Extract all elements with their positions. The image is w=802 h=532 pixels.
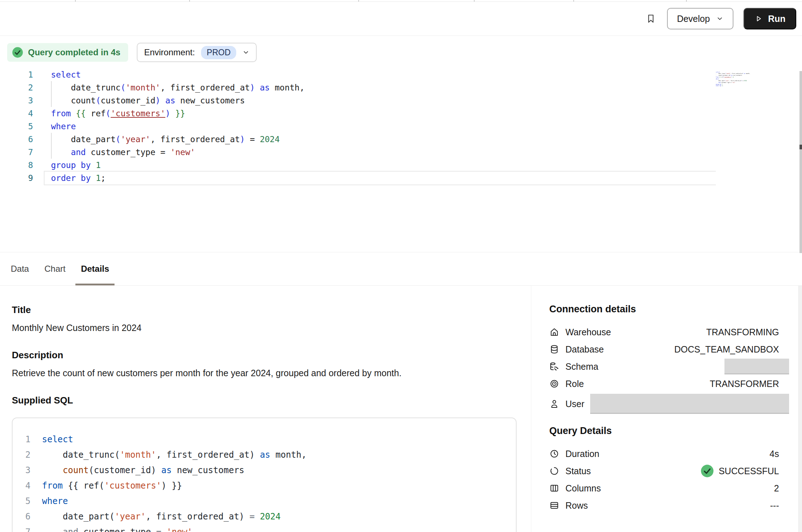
- supplied-sql-lines: 1select2 date_trunc('month', first_order…: [13, 432, 509, 532]
- code-line: 9order by 1;: [7, 172, 716, 185]
- line-number: 1: [7, 68, 33, 81]
- environment-dropdown[interactable]: Environment: PROD: [137, 43, 257, 62]
- code-text: where: [51, 120, 716, 133]
- line-number: 5: [7, 120, 33, 133]
- sql-editor[interactable]: 1select2 date_trunc('month', first_order…: [7, 68, 802, 187]
- query-editor-section: Query completed in 4s Environment: PROD …: [0, 36, 802, 252]
- line-number: 6: [7, 133, 33, 146]
- line-number: 2: [13, 447, 31, 463]
- description-value: Retrieve the count of new customers per …: [12, 368, 517, 378]
- minimap-content: select date_trunc('month', first_ordered…: [716, 71, 727, 87]
- top-tab-divider: [75, 0, 76, 2]
- columns-icon: [549, 483, 559, 493]
- run-label: Run: [768, 14, 785, 24]
- code-line: 5where: [13, 494, 509, 509]
- user-icon: [549, 399, 559, 409]
- environment-value-pill: PROD: [201, 46, 236, 59]
- redacted-value: [724, 359, 789, 374]
- database-icon: [549, 344, 559, 354]
- line-number: 9: [7, 172, 33, 185]
- supplied-sql-box: 1select2 date_trunc('month', first_order…: [12, 417, 517, 532]
- detail-row-rows: Rows---: [549, 497, 779, 514]
- detail-value-schema: [724, 359, 779, 374]
- detail-label-user: User: [565, 399, 584, 409]
- code-text: from {{ ref('customers') }}: [51, 107, 716, 120]
- check-circle-icon: [12, 47, 23, 58]
- detail-value-rows: ---: [770, 500, 779, 511]
- detail-row-warehouse: WarehouseTRANSFORMING: [549, 323, 779, 341]
- code-line: 5where: [7, 120, 716, 133]
- code-line: 6 date_part('year', first_ordered_at) = …: [7, 133, 716, 146]
- query-completed-text: Query completed in 4s: [28, 47, 120, 57]
- query-completed-badge: Query completed in 4s: [7, 43, 128, 62]
- code-line: 1select: [13, 432, 509, 447]
- code-line: 4from {{ ref('customers') }}: [13, 478, 509, 494]
- code-text: and customer_type = 'new': [42, 524, 509, 532]
- details-left-panel: Title Monthly New Customers in 2024 Desc…: [0, 286, 531, 532]
- detail-value-database: DOCS_TEAM_SANDBOX: [674, 344, 779, 355]
- code-text: count(customer_id) as new_customers: [51, 94, 716, 107]
- line-number: 3: [13, 463, 31, 478]
- line-number: 7: [13, 524, 31, 532]
- details-area: Title Monthly New Customers in 2024 Desc…: [0, 286, 802, 532]
- editor-scrollbar[interactable]: [799, 71, 802, 253]
- detail-label-duration: Duration: [565, 449, 600, 459]
- warehouse-icon: [549, 327, 559, 337]
- code-line: 6 date_part('year', first_ordered_at) = …: [13, 509, 509, 524]
- code-line: 7 and customer_type = 'new': [13, 524, 509, 532]
- line-number: 2: [7, 81, 33, 94]
- description-heading: Description: [12, 350, 517, 361]
- detail-value-columns: 2: [774, 483, 779, 494]
- role-icon: [549, 379, 559, 389]
- develop-dropdown-button[interactable]: Develop: [667, 8, 734, 29]
- query-status-row: Query completed in 4s Environment: PROD: [7, 43, 802, 62]
- line-number: 8: [7, 159, 33, 172]
- run-button[interactable]: Run: [743, 8, 796, 29]
- line-number: 6: [13, 509, 31, 524]
- detail-row-status: StatusSUCCESSFUL: [549, 462, 779, 480]
- minimap[interactable]: select date_trunc('month', first_ordered…: [716, 68, 802, 187]
- chevron-down-icon: [716, 15, 723, 22]
- code-line: 2 date_trunc('month', first_ordered_at) …: [7, 81, 716, 94]
- query-details-heading: Query Details: [549, 425, 779, 437]
- sql-editor-lines: 1select2 date_trunc('month', first_order…: [7, 68, 716, 187]
- top-tab-divider: [358, 0, 359, 2]
- detail-value-duration: 4s: [770, 449, 779, 459]
- code-text: date_part('year', first_ordered_at) = 20…: [51, 133, 716, 146]
- detail-row-schema: Schema: [549, 358, 779, 375]
- tab-details[interactable]: Details: [81, 252, 109, 285]
- code-line: 8group by 1: [7, 159, 716, 172]
- line-number: 1: [13, 432, 31, 447]
- detail-value-warehouse: TRANSFORMING: [706, 327, 779, 337]
- code-text: from {{ ref('customers') }}: [42, 478, 509, 494]
- detail-row-duration: Duration4s: [549, 445, 779, 462]
- redacted-value: [590, 394, 789, 414]
- code-line: 3 count(customer_id) as new_customers: [13, 463, 509, 478]
- code-text: and customer_type = 'new': [51, 146, 716, 159]
- code-line: 7 and customer_type = 'new': [7, 146, 716, 159]
- detail-value-role: TRANSFORMER: [710, 379, 779, 389]
- detail-label-status: Status: [565, 466, 591, 476]
- detail-row-user: User: [549, 392, 779, 415]
- right-scroll-gutter: [798, 286, 802, 532]
- code-text: date_trunc('month', first_ordered_at) as…: [42, 447, 509, 463]
- line-number: 7: [7, 146, 33, 159]
- code-text: order by 1;: [716, 85, 727, 87]
- tab-chart[interactable]: Chart: [45, 252, 66, 285]
- environment-label: Environment:: [144, 47, 195, 57]
- spinner-icon: [549, 466, 559, 476]
- play-icon: [754, 14, 763, 23]
- line-number: 3: [7, 94, 33, 107]
- line-number: 4: [7, 107, 33, 120]
- detail-row-role: RoleTRANSFORMER: [549, 375, 779, 392]
- scrollbar-thumb[interactable]: [799, 145, 802, 149]
- title-value: Monthly New Customers in 2024: [12, 323, 517, 333]
- bookmark-icon[interactable]: [645, 13, 657, 25]
- code-text: select: [51, 68, 716, 81]
- tab-data[interactable]: Data: [11, 252, 29, 285]
- code-text: where: [42, 494, 509, 509]
- success-check-icon: [700, 464, 714, 478]
- detail-label-columns: Columns: [565, 483, 601, 494]
- detail-label-rows: Rows: [565, 500, 588, 511]
- connection-details-rows: WarehouseTRANSFORMINGDatabaseDOCS_TEAM_S…: [549, 323, 779, 415]
